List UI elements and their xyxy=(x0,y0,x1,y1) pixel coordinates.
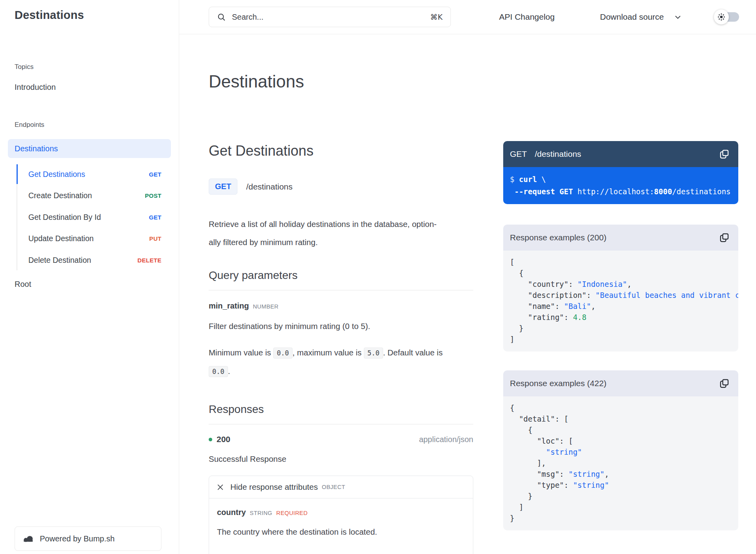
search-icon xyxy=(217,13,226,21)
api-changelog-link[interactable]: API Changelog xyxy=(499,12,554,22)
main-area: ⌘K API Changelog Download source xyxy=(179,0,756,554)
parameter-name: min_rating xyxy=(209,301,249,310)
response-attributes-card: Hide response attributes OBJECT country … xyxy=(209,476,473,554)
operation-label: Get Destinations xyxy=(28,170,149,179)
search-shortcut-hint: ⌘K xyxy=(430,13,443,21)
toggle-knob xyxy=(714,9,729,24)
search-input[interactable] xyxy=(231,12,430,22)
attribute-description: The country where the destination is loc… xyxy=(217,526,465,537)
request-method: GET xyxy=(510,149,527,159)
sidebar-section-topics: Topics xyxy=(15,63,179,71)
request-example-panel: GET /destinations $ curl \ --request GET… xyxy=(503,141,738,204)
constraint-text: . Default value is xyxy=(383,348,443,357)
method-badge-get: GET xyxy=(149,214,161,221)
response-status-row: 200 application/json xyxy=(209,435,473,444)
close-icon xyxy=(217,484,224,491)
response-example-422-header: Response examples (422) xyxy=(503,370,738,396)
example-rail: GET /destinations $ curl \ --request GET… xyxy=(503,34,738,554)
content: Destinations Get Destinations GET /desti… xyxy=(179,34,756,554)
sidebar-section-endpoints: Endpoints xyxy=(15,121,179,129)
bump-logo-icon xyxy=(23,535,34,543)
parameter-type-label: NUMBER xyxy=(253,303,278,310)
sidebar: Destinations Topics Introduction Endpoin… xyxy=(0,0,179,554)
powered-by-bump-button[interactable]: Powered by Bump.sh xyxy=(15,526,161,551)
curl-code-block[interactable]: $ curl \ --request GET http://localhost:… xyxy=(503,167,738,204)
request-example-header: GET /destinations xyxy=(503,141,738,167)
copy-icon[interactable] xyxy=(719,232,730,243)
attribute-type-label: STRING xyxy=(250,510,272,516)
method-badge-get: GET xyxy=(149,171,161,178)
constraint-min-chip: 0.0 xyxy=(273,348,293,359)
method-badge-delete: DELETE xyxy=(137,257,161,264)
sidebar-title: Destinations xyxy=(15,9,179,22)
responses-heading: Responses xyxy=(209,403,473,424)
toggle-label: Hide response attributes xyxy=(230,482,318,492)
copy-icon[interactable] xyxy=(719,378,730,389)
endpoint-method-row: GET /destinations xyxy=(209,178,473,195)
parameter-constraints: Minimum value is 0.0, maximum value is 5… xyxy=(209,344,473,381)
method-badge-post: POST xyxy=(145,192,161,199)
hide-response-attributes-toggle[interactable]: Hide response attributes OBJECT xyxy=(209,476,473,498)
request-path: /destinations xyxy=(535,149,581,159)
attribute-name: country xyxy=(217,508,246,517)
status-code: 200 xyxy=(217,435,230,444)
response-422-code-block[interactable]: { "detail": [ { "loc": [ "string" ], "ms… xyxy=(503,396,738,530)
sidebar-item-update-destination[interactable]: Update Destination PUT xyxy=(17,228,161,250)
copy-icon[interactable] xyxy=(719,149,730,160)
top-bar: ⌘K API Changelog Download source xyxy=(179,0,756,34)
theme-toggle[interactable] xyxy=(714,9,739,25)
sun-icon xyxy=(717,13,725,21)
toggle-type-label: OBJECT xyxy=(322,484,345,490)
operation-list-active-indicator xyxy=(17,164,18,184)
constraint-text: . xyxy=(228,366,230,376)
description-line-1: Retrieve a list of all holiday destinati… xyxy=(209,219,437,229)
sidebar-item-get-destination-by-id[interactable]: Get Destination By Id GET xyxy=(17,206,161,228)
search-box[interactable]: ⌘K xyxy=(209,7,451,27)
operation-title: Get Destinations xyxy=(209,143,473,159)
constraint-default-chip: 0.0 xyxy=(209,366,228,377)
status-dot-icon xyxy=(209,438,212,441)
sidebar-item-introduction[interactable]: Introduction xyxy=(15,83,179,92)
method-badge-put: PUT xyxy=(149,235,161,242)
top-nav: API Changelog Download source xyxy=(499,9,756,25)
operation-label: Get Destination By Id xyxy=(28,213,149,222)
sidebar-item-get-destinations[interactable]: Get Destinations GET xyxy=(17,164,161,185)
endpoint-path: /destinations xyxy=(246,182,293,191)
sidebar-item-destinations-group[interactable]: Destinations xyxy=(8,139,171,158)
response-example-200-header: Response examples (200) xyxy=(503,225,738,251)
operation-label: Update Destination xyxy=(28,234,149,243)
response-example-422-title: Response examples (422) xyxy=(510,379,606,388)
attribute-header: country STRING REQUIRED xyxy=(217,508,465,517)
download-source-dropdown[interactable]: Download source xyxy=(600,12,682,22)
chevron-down-icon xyxy=(674,13,682,21)
page: Destinations Topics Introduction Endpoin… xyxy=(0,0,756,554)
constraint-text: Minimum value is xyxy=(209,348,273,357)
response-content-type: application/json xyxy=(419,435,473,444)
response-summary: Successful Response xyxy=(209,454,473,464)
attribute-required-label: REQUIRED xyxy=(276,510,308,516)
parameter-header: min_rating NUMBER xyxy=(209,301,473,310)
operation-label: Delete Destination xyxy=(28,256,137,265)
doc-article: Destinations Get Destinations GET /desti… xyxy=(209,34,473,554)
constraint-max-chip: 5.0 xyxy=(364,348,383,359)
powered-by-label: Powered by Bump.sh xyxy=(40,534,115,543)
sidebar-item-create-destination[interactable]: Create Destination POST xyxy=(17,185,161,207)
response-200-code-block[interactable]: [ { "country": "Indonesia", "description… xyxy=(503,251,738,351)
query-parameters-heading: Query parameters xyxy=(209,269,473,290)
sidebar-item-root[interactable]: Root xyxy=(15,280,179,289)
download-source-label: Download source xyxy=(600,12,664,22)
operation-description: Retrieve a list of all holiday destinati… xyxy=(209,215,473,251)
operation-label: Create Destination xyxy=(28,191,145,200)
constraint-text: , maximum value is xyxy=(293,348,364,357)
response-example-200-title: Response examples (200) xyxy=(510,233,606,242)
attribute-row-country: country STRING REQUIRED The country wher… xyxy=(209,498,473,554)
response-example-200-panel: Response examples (200) [ { "country": "… xyxy=(503,225,738,351)
sidebar-operation-list: Get Destinations GET Create Destination … xyxy=(17,164,161,271)
page-title: Destinations xyxy=(209,72,473,91)
description-line-2: ally filtered by minimum rating. xyxy=(209,238,318,247)
method-badge-get: GET xyxy=(209,178,237,195)
response-example-422-panel: Response examples (422) { "detail": [ { … xyxy=(503,370,738,530)
sidebar-item-delete-destination[interactable]: Delete Destination DELETE xyxy=(17,249,161,271)
parameter-description: Filter destinations by minimum rating (0… xyxy=(209,321,473,332)
